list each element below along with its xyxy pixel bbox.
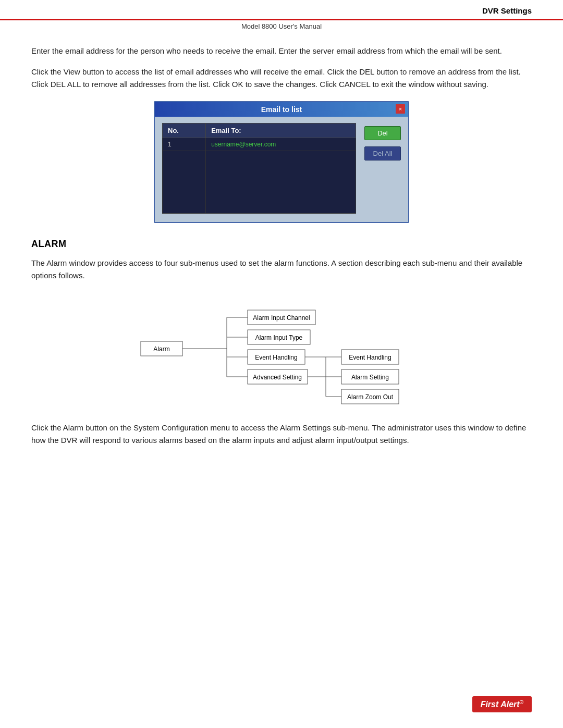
first-alert-logo: First Alert® xyxy=(472,696,532,712)
registered-mark: ® xyxy=(520,699,523,705)
svg-text:Alarm Input Type: Alarm Input Type xyxy=(255,334,303,341)
svg-text:Alarm Input Channel: Alarm Input Channel xyxy=(253,314,310,322)
dialog-titlebar: Email to list × xyxy=(155,102,408,117)
svg-text:Event Handling: Event Handling xyxy=(255,354,297,361)
dialog-body: No. Email To: 1 username@server.com xyxy=(155,117,408,222)
page-footer: First Alert® xyxy=(472,696,532,712)
del-all-button[interactable]: Del All xyxy=(364,146,401,161)
svg-text:Alarm Zoom Out: Alarm Zoom Out xyxy=(347,393,394,401)
col-no-header: No. xyxy=(163,124,206,138)
dialog-title: Email to list xyxy=(261,105,302,114)
alarm-diagram: Alarm Alarm Input Channel Alarm Input Ty… xyxy=(136,294,427,409)
table-row-empty xyxy=(163,151,356,214)
header-title: DVR Settings xyxy=(482,6,532,15)
dialog-close-button[interactable]: × xyxy=(396,104,405,114)
alarm-footer-text: Click the Alarm button on the System Con… xyxy=(31,422,532,447)
alarm-description: The Alarm window provides access to four… xyxy=(31,257,532,282)
intro-para1: Enter the email address for the person w… xyxy=(31,45,532,57)
col-email-header: Email To: xyxy=(206,124,356,138)
logo-text: First Alert xyxy=(481,700,520,709)
main-content: Enter the email address for the person w… xyxy=(0,32,563,467)
dialog-table-area: No. Email To: 1 username@server.com xyxy=(162,123,356,214)
row-email: username@server.com xyxy=(206,138,356,151)
email-table: No. Email To: 1 username@server.com xyxy=(162,123,356,214)
svg-text:Advanced Setting: Advanced Setting xyxy=(253,374,302,381)
diagram-container: Alarm Alarm Input Channel Alarm Input Ty… xyxy=(31,294,532,409)
alarm-heading: Alarm xyxy=(31,239,532,250)
row-no: 1 xyxy=(163,138,206,151)
subtitle: Model 8800 User's Manual xyxy=(241,22,322,30)
page-header: DVR Settings xyxy=(0,0,563,20)
subheader: Model 8800 User's Manual xyxy=(0,20,563,32)
dialog-buttons: Del Del All xyxy=(364,123,401,214)
dialog-container: Email to list × No. Email To: xyxy=(31,101,532,223)
svg-text:Event Handling: Event Handling xyxy=(349,354,391,361)
table-row: 1 username@server.com xyxy=(163,138,356,151)
email-dialog: Email to list × No. Email To: xyxy=(154,101,409,223)
del-button[interactable]: Del xyxy=(364,126,401,140)
svg-text:Alarm Setting: Alarm Setting xyxy=(351,374,389,381)
intro-para2: Click the View button to access the list… xyxy=(31,66,532,91)
svg-text:Alarm: Alarm xyxy=(153,346,169,353)
